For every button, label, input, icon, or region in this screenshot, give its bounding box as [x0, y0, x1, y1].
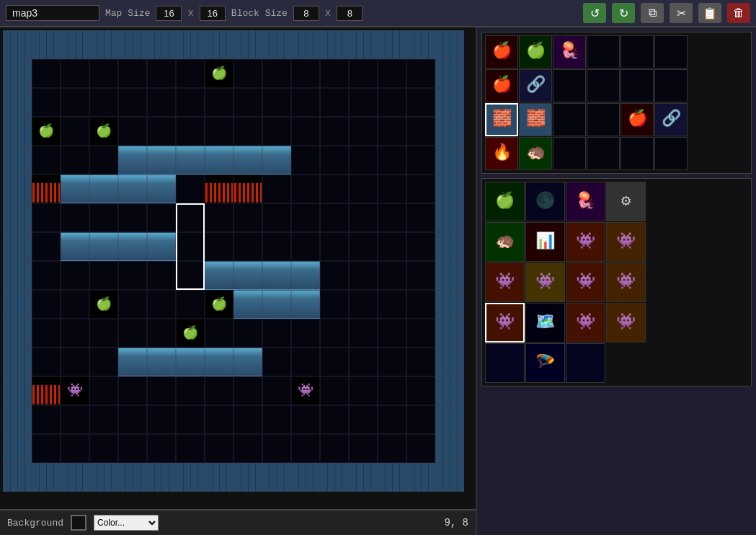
map-cell[interactable]: [118, 348, 147, 376]
map-cell[interactable]: 🍏: [32, 117, 61, 146]
tile-chain[interactable]: 🔗: [519, 69, 552, 102]
tile-mon4[interactable]: 👾: [525, 262, 565, 302]
map-cell[interactable]: [291, 88, 320, 117]
map-cell[interactable]: [349, 174, 378, 203]
map-cell[interactable]: [406, 261, 435, 290]
map-cell[interactable]: [378, 146, 406, 174]
map-cell[interactable]: [176, 88, 205, 117]
map-cell[interactable]: [435, 348, 464, 376]
tile-empty[interactable]: [587, 103, 620, 136]
tile-apple-g[interactable]: 🍏: [485, 182, 525, 221]
tile-dark2[interactable]: [485, 343, 525, 383]
map-cell[interactable]: [435, 59, 464, 88]
map-cell[interactable]: [32, 348, 61, 376]
tile-para[interactable]: 🪂: [525, 343, 565, 383]
map-cell[interactable]: [205, 261, 234, 290]
tile-dark[interactable]: 🌑: [525, 182, 565, 221]
map-cell[interactable]: [176, 146, 205, 174]
tile-mon6[interactable]: 👾: [606, 262, 646, 302]
redo-button[interactable]: ↻: [612, 3, 635, 23]
map-cell[interactable]: [262, 146, 291, 174]
map-cell[interactable]: [89, 30, 118, 59]
map-cell[interactable]: [320, 232, 349, 261]
map-cell[interactable]: [3, 405, 32, 434]
map-cell[interactable]: [147, 290, 176, 319]
map-cell[interactable]: [378, 348, 406, 376]
tile-mon5[interactable]: 👾: [566, 262, 605, 302]
map-cell[interactable]: [378, 232, 406, 261]
map-cell[interactable]: [89, 261, 118, 290]
map-cell[interactable]: [291, 434, 320, 463]
tile-empty[interactable]: [553, 69, 586, 102]
map-cell[interactable]: [205, 203, 234, 232]
map-cell[interactable]: [234, 376, 262, 405]
tile-red-apple[interactable]: 🍎: [485, 35, 518, 68]
map-cell[interactable]: [234, 59, 262, 88]
map-cell[interactable]: [378, 59, 406, 88]
map-cell[interactable]: [378, 290, 406, 319]
map-cell[interactable]: [406, 117, 435, 146]
map-cell[interactable]: [291, 261, 320, 290]
map-cell[interactable]: [378, 117, 406, 146]
tile-spike2[interactable]: 🦔: [485, 222, 525, 262]
map-cell[interactable]: 🍏: [205, 290, 234, 319]
tile-empty[interactable]: [621, 137, 654, 170]
map-cell[interactable]: [32, 463, 61, 492]
map-cell[interactable]: [291, 290, 320, 319]
map-cell[interactable]: [176, 261, 205, 290]
map-cell[interactable]: [147, 117, 176, 146]
map-cell[interactable]: [205, 405, 234, 434]
map-cell[interactable]: [89, 88, 118, 117]
map-cell[interactable]: [89, 203, 118, 232]
map-cell[interactable]: [176, 203, 205, 232]
map-cell[interactable]: [320, 146, 349, 174]
map-cell[interactable]: [262, 117, 291, 146]
map-cell[interactable]: [32, 261, 61, 290]
map-cell[interactable]: [406, 290, 435, 319]
map-cell[interactable]: [205, 88, 234, 117]
map-grid[interactable]: 🍏🍏🍏🍏🍏🍏👾👾: [3, 30, 464, 492]
map-cell[interactable]: [176, 463, 205, 492]
map-cell[interactable]: 🍏: [89, 290, 118, 319]
map-cell[interactable]: [118, 30, 147, 59]
map-cell[interactable]: [147, 88, 176, 117]
map-cell[interactable]: [378, 405, 406, 434]
map-cell[interactable]: [89, 174, 118, 203]
map-cell[interactable]: [176, 30, 205, 59]
map-cell[interactable]: [234, 434, 262, 463]
map-cell[interactable]: [406, 319, 435, 348]
map-cell[interactable]: [61, 59, 89, 88]
map-cell[interactable]: [406, 463, 435, 492]
map-cell[interactable]: [435, 261, 464, 290]
map-cell[interactable]: [32, 30, 61, 59]
tile-empty[interactable]: [553, 137, 586, 170]
map-cell[interactable]: [435, 319, 464, 348]
map-cell[interactable]: [349, 261, 378, 290]
map-cell[interactable]: [147, 59, 176, 88]
map-cell[interactable]: [118, 203, 147, 232]
map-cell[interactable]: [61, 88, 89, 117]
map-cell[interactable]: [406, 434, 435, 463]
map-cell[interactable]: [147, 348, 176, 376]
map-cell[interactable]: [435, 376, 464, 405]
map-cell[interactable]: [176, 174, 205, 203]
map-cell[interactable]: [291, 348, 320, 376]
map-cell[interactable]: [320, 117, 349, 146]
map-cell[interactable]: [118, 117, 147, 146]
map-cell[interactable]: [262, 376, 291, 405]
map-cell[interactable]: [320, 59, 349, 88]
map-cell[interactable]: [176, 434, 205, 463]
map-cell[interactable]: [205, 434, 234, 463]
map-cell[interactable]: [3, 59, 32, 88]
map-cell[interactable]: [32, 232, 61, 261]
map-cell[interactable]: [291, 319, 320, 348]
map-cell[interactable]: [147, 434, 176, 463]
map-cell[interactable]: [435, 290, 464, 319]
map-cell[interactable]: [32, 434, 61, 463]
map-cell[interactable]: [262, 319, 291, 348]
map-cell[interactable]: [349, 319, 378, 348]
map-cell[interactable]: [61, 290, 89, 319]
map-cell[interactable]: [61, 405, 89, 434]
tile-empty[interactable]: [621, 69, 654, 102]
map-cell[interactable]: [349, 463, 378, 492]
